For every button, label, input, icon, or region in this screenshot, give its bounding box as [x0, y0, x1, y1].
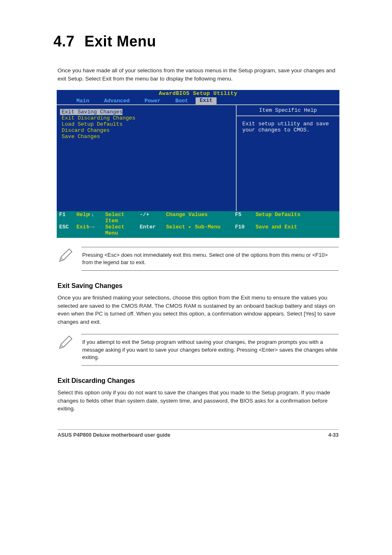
note-callout-1: Pressing <Esc> does not immediately exit… — [58, 247, 339, 271]
section-heading-exit-discarding: Exit Discarding Changes — [58, 377, 339, 385]
tab-advanced[interactable]: Advanced — [97, 98, 137, 104]
bios-title: AwardBIOS Setup Utility — [57, 90, 339, 97]
bios-screenshot: AwardBIOS Setup Utility Main Advanced Po… — [57, 90, 339, 238]
legend-key: F1 — [59, 212, 76, 224]
legend-key: F10 — [235, 224, 252, 237]
menu-item-exit-saving[interactable]: Exit Saving Changes — [60, 109, 122, 115]
help-text: Exit setup utility and save your changes… — [242, 121, 336, 134]
legend-val: Save and Exit — [256, 224, 297, 237]
note-text: If you attempt to exit the Setup program… — [81, 334, 339, 366]
section-body: Select this option only if you do not wa… — [58, 389, 339, 413]
bios-tab-bar: Main Advanced Power Boot Exit — [57, 97, 339, 104]
menu-item-load-defaults[interactable]: Load Setup Defaults — [60, 122, 233, 128]
legend-val: Select Menu — [105, 224, 140, 237]
legend-key: -/+ — [140, 212, 157, 224]
help-title: Item Specific Help — [237, 107, 339, 116]
page-heading: 4.7Exit Menu — [53, 33, 351, 50]
heading-title: Exit Menu — [85, 33, 157, 50]
legend-key: ESC — [59, 224, 76, 237]
bios-body: Exit Saving Changes Exit Discarding Chan… — [57, 104, 339, 211]
pencil-icon — [58, 334, 74, 352]
legend-val: Exit — [76, 224, 89, 237]
legend-val: Setup Defaults — [256, 212, 300, 224]
menu-item-discard-changes[interactable]: Discard Changes — [60, 128, 233, 134]
bios-legend-bar: F1Help ↑↓Select Item -/+ Change Values F… — [57, 211, 339, 238]
footer-page-number: 4-33 — [328, 432, 339, 438]
intro-paragraph: Once you have made all of your selection… — [58, 67, 339, 83]
legend-val: Select ▸ Sub-Menu — [166, 224, 221, 237]
tab-boot[interactable]: Boot — [168, 98, 196, 104]
legend-val: Help — [76, 212, 89, 224]
tab-main[interactable]: Main — [69, 98, 97, 104]
legend-key: Enter — [140, 224, 157, 237]
note-text: Pressing <Esc> does not immediately exit… — [81, 247, 339, 271]
legend-key: ↑↓ — [88, 212, 105, 224]
legend-key: ←→ — [88, 224, 105, 237]
section-body: Once you are finished making your select… — [58, 294, 339, 326]
section-heading-exit-saving: Exit Saving Changes — [58, 282, 339, 290]
menu-item-save-changes[interactable]: Save Changes — [60, 134, 233, 140]
footer-left: ASUS P4P800 Deluxe motherboard user guid… — [58, 432, 170, 438]
menu-item-exit-discarding[interactable]: Exit Discarding Changes — [60, 115, 233, 122]
bios-help-pane: Item Specific Help Exit setup utility an… — [237, 105, 339, 211]
legend-val: Select Item — [105, 212, 140, 224]
page-footer: ASUS P4P800 Deluxe motherboard user guid… — [58, 429, 339, 438]
heading-number: 4.7 — [53, 33, 75, 50]
pencil-icon — [58, 247, 74, 265]
legend-val: Change Values — [166, 212, 208, 224]
bios-menu-pane: Exit Saving Changes Exit Discarding Chan… — [57, 105, 237, 211]
legend-key: F5 — [235, 212, 252, 224]
note-callout-2: If you attempt to exit the Setup program… — [58, 334, 339, 366]
tab-exit[interactable]: Exit — [196, 97, 217, 104]
tab-power[interactable]: Power — [137, 98, 168, 104]
